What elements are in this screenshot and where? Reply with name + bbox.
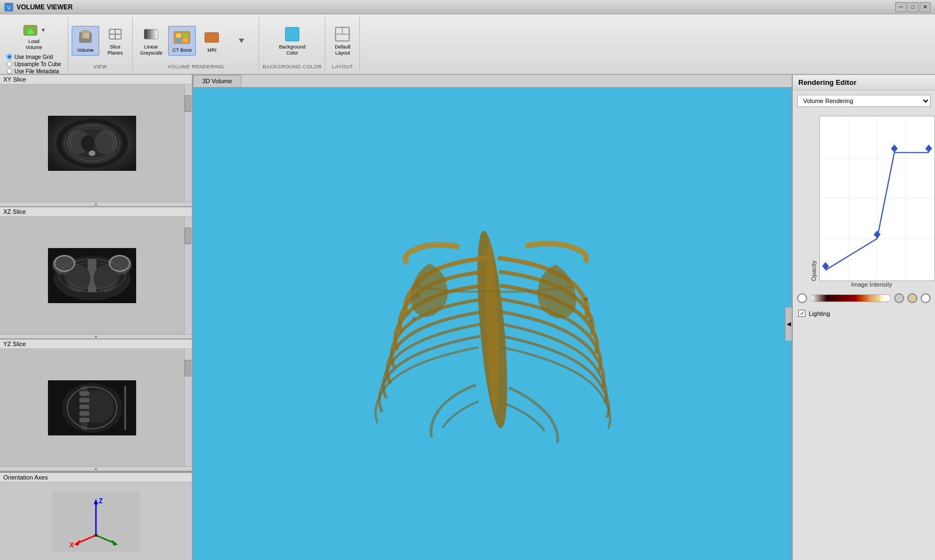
app-icon: V: [4, 3, 13, 12]
svg-rect-16: [183, 38, 188, 42]
volume-rendering-select[interactable]: Volume Rendering: [797, 95, 931, 107]
use-file-metadata-radio[interactable]: Use File Metadata: [7, 68, 61, 74]
svg-point-29: [81, 136, 94, 151]
xz-scan-image: [48, 248, 136, 303]
xy-slice-content[interactable]: [0, 84, 184, 202]
close-btn[interactable]: ✕: [920, 2, 931, 12]
xy-slice-vscrollbar-thumb[interactable]: [185, 95, 191, 112]
3d-volume-view[interactable]: ◀: [193, 88, 792, 560]
left-panel: XY Slice: [0, 75, 193, 560]
orientation-axes-content[interactable]: Z X: [0, 482, 192, 560]
toolbar-group-file: ▼ LoadVolume Use Image Grid Upsample To …: [0, 17, 68, 72]
minimize-btn[interactable]: ─: [895, 2, 906, 12]
lighting-checkbox[interactable]: [798, 310, 805, 317]
load-volume-button[interactable]: ▼ LoadVolume: [17, 19, 50, 53]
toolbar-group-vr-inner: LinearGrayscale CT Bone: [136, 19, 256, 63]
svg-rect-51: [79, 411, 89, 416]
center-scroll-arrow[interactable]: ◀: [785, 308, 792, 341]
toolbar-group-bg-inner: BackgroundColor: [275, 19, 309, 63]
svg-point-63: [94, 534, 98, 537]
slice-planes-label: SlicePlanes: [108, 44, 123, 56]
volume-icon: [77, 29, 94, 46]
default-layout-button[interactable]: DefaultLayout: [329, 23, 356, 59]
maximize-btn[interactable]: □: [907, 2, 918, 12]
window-controls: ─ □ ✕: [895, 2, 931, 12]
svg-rect-15: [176, 38, 181, 42]
svg-rect-4: [28, 32, 33, 34]
volume-button[interactable]: Volume: [72, 26, 99, 56]
toolbar-group-file-inner: ▼ LoadVolume: [17, 19, 50, 53]
xy-slice-label: XY Slice: [3, 76, 26, 83]
svg-rect-17: [205, 33, 219, 42]
xy-slice-title: XY Slice: [0, 75, 192, 84]
volume-rendering-group-label: VOLUME RENDERING: [168, 63, 224, 69]
volume-rendering-more-button[interactable]: [228, 29, 255, 52]
toolbar-group-view: Volume SlicePlanes VIEW: [68, 17, 133, 72]
orientation-axes-title: Orientation Axes: [0, 473, 192, 482]
use-image-grid-radio[interactable]: Use Image Grid: [7, 54, 61, 60]
tab-3d-volume[interactable]: 3D Volume: [193, 75, 241, 87]
yz-slice-bottom-bar: [0, 466, 192, 471]
svg-marker-18: [239, 39, 244, 43]
svg-point-68: [584, 297, 588, 301]
right-panel: Rendering Editor Volume Rendering Opacit…: [792, 75, 935, 560]
xz-slice-vscrollbar[interactable]: [184, 217, 192, 334]
xy-slice-row: [0, 84, 192, 202]
linear-grayscale-button[interactable]: LinearGrayscale: [136, 23, 166, 59]
slice-planes-icon: [106, 25, 124, 43]
xy-slice-panel: XY Slice: [0, 75, 192, 207]
dropdown-icon: [233, 32, 250, 50]
xz-slice-title: XZ Slice: [0, 207, 192, 217]
orientation-axes-panel: Orientation Axes Z X: [0, 472, 192, 560]
svg-rect-52: [79, 418, 89, 422]
color-ramp-handle-mid2[interactable]: [907, 293, 917, 303]
volume-label: Volume: [77, 47, 94, 53]
xz-slice-vscrollbar-thumb[interactable]: [185, 228, 191, 244]
xy-slice-vscrollbar[interactable]: [184, 84, 192, 202]
background-color-icon: [283, 25, 301, 43]
color-ramp-handle-right[interactable]: [921, 293, 931, 303]
orientation-axes-label: Orientation Axes: [3, 474, 48, 481]
xz-scroll-indicator: [95, 336, 97, 338]
xz-slice-row: [0, 217, 192, 334]
layout-group-label: LAYOUT: [332, 63, 353, 69]
tab-3d-volume-label: 3D Volume: [202, 78, 232, 84]
toolbar-group-layout: DefaultLayout LAYOUT: [325, 17, 360, 72]
transfer-function-area[interactable]: [819, 116, 935, 281]
yz-scroll-indicator: [95, 468, 97, 470]
view-group-label: VIEW: [93, 63, 107, 69]
background-color-button[interactable]: BackgroundColor: [275, 23, 309, 59]
slice-planes-button[interactable]: SlicePlanes: [101, 23, 129, 59]
transfer-function-graph: [820, 116, 934, 281]
center-panel: 3D Volume: [193, 75, 792, 560]
svg-point-28: [89, 150, 95, 156]
default-layout-icon: [334, 25, 351, 43]
svg-rect-19: [285, 28, 299, 41]
toolbar-group-layout-inner: DefaultLayout: [329, 19, 356, 63]
svg-rect-13: [176, 33, 181, 37]
svg-point-67: [412, 317, 416, 320]
yz-slice-panel: YZ Slice: [0, 340, 192, 472]
color-ramp-row: [793, 290, 935, 306]
yz-slice-vscrollbar-thumb[interactable]: [185, 360, 191, 376]
svg-point-27: [95, 130, 117, 154]
svg-rect-11: [144, 29, 158, 39]
mri-button[interactable]: MRI: [198, 26, 225, 56]
yz-slice-content[interactable]: [0, 349, 184, 466]
mri-label: MRI: [207, 47, 217, 53]
intensity-label: Image Intensity: [808, 281, 935, 288]
ct-bone-button[interactable]: CT Bone: [168, 26, 196, 56]
yz-slice-row: [0, 349, 192, 466]
toolbar-group-background-color: BackgroundColor BACKGROUND COLOR: [259, 17, 325, 72]
color-ramp-handle-mid1[interactable]: [894, 293, 904, 303]
mri-icon: [203, 29, 221, 46]
title-bar: V VOLUME VIEWER ─ □ ✕: [0, 0, 935, 14]
color-ramp[interactable]: [810, 294, 891, 302]
yz-slice-vscrollbar[interactable]: [184, 349, 192, 466]
default-layout-label: DefaultLayout: [335, 44, 351, 56]
xz-slice-content[interactable]: [0, 217, 184, 334]
xy-slice-bottom-bar: [0, 202, 192, 206]
upsample-cube-radio[interactable]: Upsample To Cube: [7, 61, 61, 67]
color-ramp-handle-left[interactable]: [797, 293, 807, 303]
svg-text:X: X: [69, 541, 74, 549]
